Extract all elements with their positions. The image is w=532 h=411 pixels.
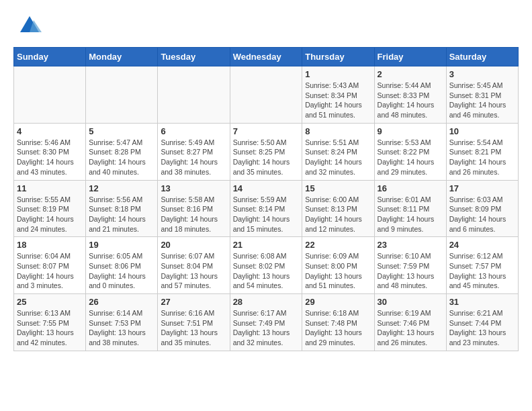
calendar-cell: 13Sunrise: 5:58 AM Sunset: 8:16 PM Dayli… [158, 180, 230, 237]
day-number: 20 [161, 240, 226, 250]
day-number: 9 [378, 126, 443, 136]
day-info: Sunrise: 5:44 AM Sunset: 8:33 PM Dayligh… [378, 81, 443, 120]
calendar-cell [158, 66, 230, 124]
day-info: Sunrise: 6:19 AM Sunset: 7:46 PM Dayligh… [378, 308, 443, 348]
day-number: 8 [305, 126, 371, 136]
day-info: Sunrise: 6:05 AM Sunset: 8:06 PM Dayligh… [89, 251, 154, 291]
day-number: 25 [17, 297, 83, 307]
day-info: Sunrise: 5:49 AM Sunset: 8:27 PM Dayligh… [161, 138, 226, 177]
day-info: Sunrise: 6:14 AM Sunset: 7:53 PM Dayligh… [89, 308, 154, 348]
calendar-cell: 12Sunrise: 5:56 AM Sunset: 8:18 PM Dayli… [86, 180, 158, 237]
calendar-cell: 22Sunrise: 6:09 AM Sunset: 8:00 PM Dayli… [302, 237, 374, 294]
day-number: 24 [449, 240, 515, 250]
day-info: Sunrise: 5:45 AM Sunset: 8:31 PM Dayligh… [449, 81, 515, 120]
day-number: 13 [161, 183, 226, 193]
calendar-cell: 10Sunrise: 5:54 AM Sunset: 8:21 PM Dayli… [446, 123, 518, 180]
day-header: Saturday [446, 48, 518, 66]
day-info: Sunrise: 5:53 AM Sunset: 8:22 PM Dayligh… [378, 138, 443, 177]
calendar-table: SundayMondayTuesdayWednesdayThursdayFrid… [13, 47, 519, 351]
day-info: Sunrise: 6:21 AM Sunset: 7:44 PM Dayligh… [449, 308, 515, 348]
day-header: Thursday [302, 48, 374, 66]
day-info: Sunrise: 6:00 AM Sunset: 8:13 PM Dayligh… [305, 195, 371, 234]
calendar-cell: 6Sunrise: 5:49 AM Sunset: 8:27 PM Daylig… [158, 123, 230, 180]
calendar-header: SundayMondayTuesdayWednesdayThursdayFrid… [14, 48, 519, 66]
calendar-body: 1Sunrise: 5:43 AM Sunset: 8:34 PM Daylig… [14, 66, 519, 351]
day-number: 19 [89, 240, 154, 250]
calendar-cell: 16Sunrise: 6:01 AM Sunset: 8:11 PM Dayli… [374, 180, 446, 237]
day-info: Sunrise: 5:51 AM Sunset: 8:24 PM Dayligh… [305, 138, 371, 177]
calendar-cell: 3Sunrise: 5:45 AM Sunset: 8:31 PM Daylig… [446, 66, 518, 124]
calendar-cell: 30Sunrise: 6:19 AM Sunset: 7:46 PM Dayli… [374, 294, 446, 351]
calendar-cell: 11Sunrise: 5:55 AM Sunset: 8:19 PM Dayli… [14, 180, 86, 237]
day-number: 26 [89, 297, 154, 307]
day-info: Sunrise: 6:07 AM Sunset: 8:04 PM Dayligh… [161, 251, 226, 291]
calendar-cell [14, 66, 86, 124]
day-number: 2 [378, 69, 443, 79]
day-number: 29 [305, 297, 371, 307]
calendar-cell: 7Sunrise: 5:50 AM Sunset: 8:25 PM Daylig… [230, 123, 302, 180]
day-info: Sunrise: 5:56 AM Sunset: 8:18 PM Dayligh… [89, 195, 154, 234]
day-info: Sunrise: 6:08 AM Sunset: 8:02 PM Dayligh… [233, 251, 300, 291]
day-header: Monday [86, 48, 158, 66]
header-row: SundayMondayTuesdayWednesdayThursdayFrid… [14, 48, 519, 66]
week-row: 1Sunrise: 5:43 AM Sunset: 8:34 PM Daylig… [14, 66, 519, 124]
calendar-cell: 23Sunrise: 6:10 AM Sunset: 7:59 PM Dayli… [374, 237, 446, 294]
day-info: Sunrise: 5:59 AM Sunset: 8:14 PM Dayligh… [233, 195, 300, 234]
day-number: 18 [17, 240, 83, 250]
day-info: Sunrise: 6:17 AM Sunset: 7:49 PM Dayligh… [233, 308, 300, 348]
day-number: 14 [233, 183, 300, 193]
logo [13, 13, 42, 40]
calendar-cell [86, 66, 158, 124]
day-number: 7 [233, 126, 300, 136]
week-row: 11Sunrise: 5:55 AM Sunset: 8:19 PM Dayli… [14, 180, 519, 237]
day-number: 23 [378, 240, 443, 250]
day-number: 27 [161, 297, 226, 307]
day-info: Sunrise: 5:46 AM Sunset: 8:30 PM Dayligh… [17, 138, 83, 177]
day-info: Sunrise: 5:50 AM Sunset: 8:25 PM Dayligh… [233, 138, 300, 177]
day-info: Sunrise: 6:16 AM Sunset: 7:51 PM Dayligh… [161, 308, 226, 348]
day-number: 31 [449, 297, 515, 307]
day-info: Sunrise: 6:01 AM Sunset: 8:11 PM Dayligh… [378, 195, 443, 234]
calendar-cell: 29Sunrise: 6:18 AM Sunset: 7:48 PM Dayli… [302, 294, 374, 351]
calendar-cell: 19Sunrise: 6:05 AM Sunset: 8:06 PM Dayli… [86, 237, 158, 294]
day-number: 30 [378, 297, 443, 307]
day-number: 6 [161, 126, 226, 136]
calendar-cell: 17Sunrise: 6:03 AM Sunset: 8:09 PM Dayli… [446, 180, 518, 237]
week-row: 25Sunrise: 6:13 AM Sunset: 7:55 PM Dayli… [14, 294, 519, 351]
week-row: 4Sunrise: 5:46 AM Sunset: 8:30 PM Daylig… [14, 123, 519, 180]
calendar-cell: 31Sunrise: 6:21 AM Sunset: 7:44 PM Dayli… [446, 294, 518, 351]
day-info: Sunrise: 5:58 AM Sunset: 8:16 PM Dayligh… [161, 195, 226, 234]
day-header: Sunday [14, 48, 86, 66]
calendar-cell: 4Sunrise: 5:46 AM Sunset: 8:30 PM Daylig… [14, 123, 86, 180]
calendar-cell: 5Sunrise: 5:47 AM Sunset: 8:28 PM Daylig… [86, 123, 158, 180]
day-header: Tuesday [158, 48, 230, 66]
calendar-cell: 27Sunrise: 6:16 AM Sunset: 7:51 PM Dayli… [158, 294, 230, 351]
calendar-cell: 28Sunrise: 6:17 AM Sunset: 7:49 PM Dayli… [230, 294, 302, 351]
day-number: 5 [89, 126, 154, 136]
day-number: 12 [89, 183, 154, 193]
calendar-cell: 26Sunrise: 6:14 AM Sunset: 7:53 PM Dayli… [86, 294, 158, 351]
day-info: Sunrise: 6:04 AM Sunset: 8:07 PM Dayligh… [17, 251, 83, 291]
calendar-cell: 21Sunrise: 6:08 AM Sunset: 8:02 PM Dayli… [230, 237, 302, 294]
calendar-cell: 25Sunrise: 6:13 AM Sunset: 7:55 PM Dayli… [14, 294, 86, 351]
day-number: 1 [305, 69, 371, 79]
day-number: 10 [449, 126, 515, 136]
day-number: 3 [449, 69, 515, 79]
calendar-cell: 9Sunrise: 5:53 AM Sunset: 8:22 PM Daylig… [374, 123, 446, 180]
day-number: 28 [233, 297, 300, 307]
logo-icon [17, 13, 42, 38]
day-number: 16 [378, 183, 443, 193]
day-info: Sunrise: 5:54 AM Sunset: 8:21 PM Dayligh… [449, 138, 515, 177]
day-info: Sunrise: 6:18 AM Sunset: 7:48 PM Dayligh… [305, 308, 371, 348]
calendar-cell: 8Sunrise: 5:51 AM Sunset: 8:24 PM Daylig… [302, 123, 374, 180]
calendar-cell: 2Sunrise: 5:44 AM Sunset: 8:33 PM Daylig… [374, 66, 446, 124]
calendar-cell: 20Sunrise: 6:07 AM Sunset: 8:04 PM Dayli… [158, 237, 230, 294]
calendar-cell: 14Sunrise: 5:59 AM Sunset: 8:14 PM Dayli… [230, 180, 302, 237]
day-number: 22 [305, 240, 371, 250]
day-header: Friday [374, 48, 446, 66]
day-number: 4 [17, 126, 83, 136]
day-number: 11 [17, 183, 83, 193]
day-info: Sunrise: 5:43 AM Sunset: 8:34 PM Dayligh… [305, 81, 371, 120]
week-row: 18Sunrise: 6:04 AM Sunset: 8:07 PM Dayli… [14, 237, 519, 294]
day-info: Sunrise: 6:13 AM Sunset: 7:55 PM Dayligh… [17, 308, 83, 348]
